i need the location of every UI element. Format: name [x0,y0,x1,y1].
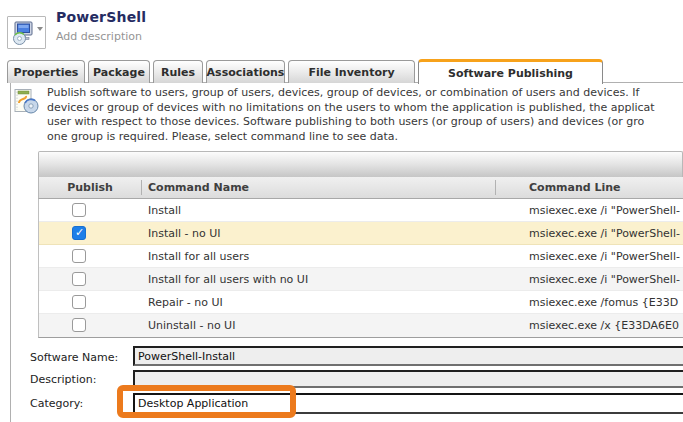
publish-checkbox[interactable] [72,226,86,240]
column-divider [141,180,142,195]
description-line: user with respect to those devices. Soft… [47,115,655,130]
command-line-cell: msiexec.exe /fomus {E33D [529,296,678,309]
tab-file-inventory[interactable]: File Inventory [288,60,415,83]
description-line: one group is required. Please, select co… [47,130,655,145]
description-input[interactable] [133,370,683,388]
publish-checkbox[interactable] [72,203,86,217]
tab-rules[interactable]: Rules [153,60,203,83]
command-name-cell: Install [148,204,181,217]
column-header-publish: Publish [39,181,141,194]
command-line-cell: msiexec.exe /i "PowerShell- [529,227,680,240]
grid-toolbar [38,151,683,177]
publish-checkbox[interactable] [72,295,86,309]
category-label: Category: [30,397,83,410]
table-row[interactable]: Install msiexec.exe /i "PowerShell- [39,199,683,222]
description-line: devices or group of devices with no limi… [47,101,655,116]
command-line-cell: msiexec.exe /i "PowerShell- [529,250,680,263]
description-line: Publish software to users, group of user… [47,86,655,101]
command-line-cell: msiexec.exe /i "PowerShell- [529,273,680,286]
category-input[interactable] [133,393,683,414]
publish-info-icon [13,87,40,119]
tab-package[interactable]: Package [88,60,150,83]
tab-bar: Properties Package Rules Associations Fi… [7,58,603,83]
chevron-down-icon [37,27,43,31]
publish-checkbox[interactable] [72,249,86,263]
command-name-cell: Repair - no UI [148,296,223,309]
application-icon-button[interactable] [7,16,46,49]
column-header-command-name: Command Name [148,181,249,194]
software-name-label: Software Name: [30,351,118,364]
command-name-cell: Uninstall - no UI [148,319,235,332]
command-name-cell: Install for all users with no UI [148,273,308,286]
command-name-cell: Install - no UI [148,227,221,240]
tab-associations[interactable]: Associations [206,60,285,83]
description-label: Description: [30,373,96,386]
table-row[interactable]: Repair - no UI msiexec.exe /fomus {E33D [39,291,683,314]
tab-software-publishing[interactable]: Software Publishing [418,59,603,84]
publish-checkbox[interactable] [72,272,86,286]
publish-checkbox[interactable] [72,318,86,332]
page-title: PowerShell [56,9,146,25]
table-row[interactable]: Install for all users msiexec.exe /i "Po… [39,245,683,268]
command-line-cell: msiexec.exe /i "PowerShell- [529,204,680,217]
command-line-cell: msiexec.exe /x {E33DA6E0 [529,319,679,332]
table-header-row: Publish Command Name Command Line [38,177,683,199]
table-row[interactable]: Install for all users with no UI msiexec… [39,268,683,291]
software-name-input[interactable] [133,346,683,366]
column-header-command-line: Command Line [529,181,621,194]
command-table: Install msiexec.exe /i "PowerShell- Inst… [38,199,683,338]
tab-properties[interactable]: Properties [7,60,85,83]
add-description-link[interactable]: Add description [56,30,142,43]
command-name-cell: Install for all users [148,250,249,263]
table-row[interactable]: Uninstall - no UI msiexec.exe /x {E33DA6… [39,314,683,337]
table-row[interactable]: Install - no UI msiexec.exe /i "PowerShe… [39,222,683,245]
publish-description-text: Publish software to users, group of user… [47,86,655,144]
column-divider [495,180,496,195]
